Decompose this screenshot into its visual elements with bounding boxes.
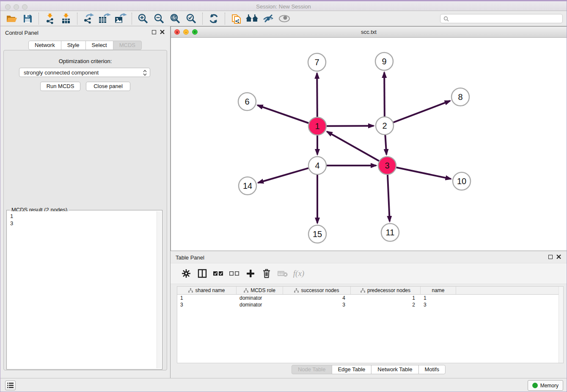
export-table-icon[interactable]	[96, 12, 113, 25]
graph-node-6[interactable]: 6	[238, 93, 256, 110]
table-tabs: Node TableEdge TableNetwork TableMotifs	[292, 365, 446, 374]
cell-successor-nodes[interactable]: 4	[283, 295, 351, 301]
import-network-icon[interactable]	[42, 12, 58, 25]
graph-node-2[interactable]: 2	[376, 117, 394, 135]
column-header-successor-nodes[interactable]: successor nodes	[283, 287, 351, 294]
close-panel-icon[interactable]	[160, 30, 165, 34]
table-row[interactable]: 1dominator411	[177, 295, 563, 301]
edge-3-11[interactable]	[388, 175, 390, 221]
cell-predecessor-nodes[interactable]: 1	[351, 295, 421, 301]
tab-network[interactable]: Network	[28, 41, 61, 50]
graph-node-15[interactable]: 15	[308, 225, 326, 243]
edge-2-3[interactable]	[385, 135, 386, 155]
settings-gear-icon[interactable]	[178, 266, 194, 281]
tab-node-table[interactable]: Node Table	[292, 365, 332, 374]
delete-table-icon[interactable]	[275, 266, 291, 281]
graph-node-1[interactable]: 1	[308, 117, 326, 135]
hide-selected-icon[interactable]	[260, 12, 276, 25]
tab-select[interactable]: Select	[85, 41, 113, 50]
function-builder-icon[interactable]: f(x)	[291, 266, 307, 281]
table-panel-title: Table Panel	[176, 254, 204, 261]
graph-node-4[interactable]: 4	[308, 157, 326, 174]
column-header-name[interactable]: name	[421, 287, 456, 294]
graph-node-11[interactable]: 11	[381, 224, 399, 241]
tab-motifs[interactable]: Motifs	[418, 365, 446, 374]
graph-node-7[interactable]: 7	[308, 53, 326, 71]
status-bar: Memory	[0, 378, 567, 392]
cell-shared-name[interactable]: 1	[177, 295, 237, 301]
edge-3-1[interactable]	[327, 132, 379, 161]
mcds-result-scrollbar[interactable]	[157, 211, 161, 368]
delete-column-icon[interactable]	[259, 266, 275, 281]
edge-4-14[interactable]	[258, 168, 308, 183]
column-header-label: name	[432, 287, 444, 293]
cell-predecessor-nodes[interactable]: 2	[351, 301, 421, 308]
column-selector-icon[interactable]	[194, 266, 210, 281]
edge-1-7[interactable]	[317, 73, 317, 117]
close-panel-button[interactable]: Close panel	[86, 82, 130, 91]
edge-1-6[interactable]	[258, 105, 309, 123]
zoom-out-icon[interactable]	[151, 12, 167, 25]
cell-name[interactable]: 1	[421, 295, 456, 301]
toolbar-separator	[202, 13, 203, 25]
float-panel-icon[interactable]	[152, 30, 156, 34]
tab-style[interactable]: Style	[61, 41, 86, 50]
column-header-MCDS-role[interactable]: MCDS role	[237, 287, 283, 294]
search-input[interactable]	[449, 15, 562, 22]
tab-network-table[interactable]: Network Table	[371, 365, 418, 374]
zoom-window-icon[interactable]: +	[192, 29, 198, 35]
refresh-icon[interactable]	[206, 12, 222, 25]
zoom-selected-icon[interactable]	[183, 12, 199, 25]
export-image-icon[interactable]	[113, 12, 129, 25]
cell-MCDS-role[interactable]: dominator	[237, 295, 283, 301]
svg-text:6: 6	[245, 97, 249, 106]
run-mcds-button[interactable]: Run MCDS	[40, 82, 80, 91]
tab-mcds[interactable]: MCDS	[113, 41, 142, 50]
show-all-icon[interactable]	[276, 12, 292, 25]
graph-node-10[interactable]: 10	[453, 172, 471, 190]
memory-label: Memory	[540, 383, 559, 389]
edge-1-2[interactable]	[327, 126, 374, 126]
svg-text:2: 2	[382, 121, 387, 130]
column-header-predecessor-nodes[interactable]: predecessor nodes	[351, 287, 421, 294]
deselect-all-checkboxes-icon[interactable]	[226, 266, 242, 281]
zoom-fit-icon[interactable]	[167, 12, 183, 25]
tab-edge-table[interactable]: Edge Table	[331, 365, 372, 374]
import-table-icon[interactable]	[58, 12, 74, 25]
float-table-panel-icon[interactable]	[548, 255, 553, 259]
network-canvas[interactable]: 7968124314101511	[171, 38, 567, 251]
toolbar-separator	[225, 13, 225, 25]
graph-node-3[interactable]: 3	[378, 157, 396, 174]
criterion-dropdown[interactable]: strongly connected component	[19, 68, 150, 77]
select-all-checkboxes-icon[interactable]	[210, 266, 226, 281]
table-scrollbar[interactable]	[559, 287, 563, 363]
duplicate-network-icon[interactable]	[228, 12, 244, 25]
mcds-result-text[interactable]: 1 3	[8, 211, 157, 368]
memory-button[interactable]: Memory	[528, 380, 563, 391]
minimize-window-icon[interactable]: -	[183, 29, 189, 35]
close-window-icon[interactable]: x	[174, 29, 180, 35]
cell-name[interactable]: 3	[421, 301, 456, 308]
table-row[interactable]: 3dominator323	[177, 301, 563, 308]
graph-node-14[interactable]: 14	[239, 177, 256, 195]
edge-2-8[interactable]	[394, 101, 450, 122]
task-history-button[interactable]	[5, 381, 16, 390]
open-session-icon[interactable]	[3, 12, 19, 25]
column-header-label: predecessor nodes	[367, 287, 410, 293]
close-table-panel-icon[interactable]	[556, 254, 561, 259]
first-neighbors-icon[interactable]	[244, 12, 260, 25]
graph-node-9[interactable]: 9	[375, 52, 393, 70]
add-column-icon[interactable]	[242, 266, 259, 281]
search-box[interactable]	[440, 14, 563, 23]
graph-node-8[interactable]: 8	[451, 88, 469, 106]
save-session-icon[interactable]	[19, 12, 36, 25]
edge-3-10[interactable]	[396, 168, 451, 179]
cell-MCDS-role[interactable]: dominator	[237, 301, 283, 308]
zoom-in-icon[interactable]	[135, 12, 151, 25]
svg-text:1: 1	[315, 121, 319, 131]
export-network-icon[interactable]	[80, 12, 96, 25]
cell-successor-nodes[interactable]: 3	[283, 301, 351, 308]
edge-2-9[interactable]	[384, 72, 385, 116]
column-header-shared-name[interactable]: shared name	[177, 287, 237, 294]
cell-shared-name[interactable]: 3	[177, 301, 237, 308]
